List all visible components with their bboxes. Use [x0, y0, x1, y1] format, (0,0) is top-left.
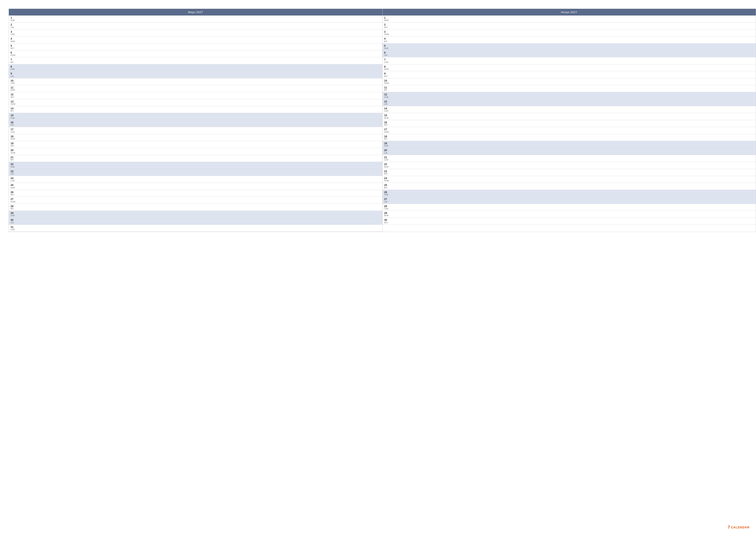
day-row[interactable]: 19SAB — [383, 141, 756, 148]
day-row[interactable]: 1MAR — [383, 15, 756, 22]
day-row[interactable]: 26SAB — [383, 190, 756, 197]
day-number: 16 — [11, 121, 15, 124]
day-name: MIY — [11, 47, 15, 49]
day-row[interactable]: 25BIY — [383, 183, 756, 190]
day-row[interactable]: 30MIY — [383, 218, 756, 225]
day-row[interactable]: 3LUN — [9, 30, 382, 37]
day-row[interactable]: 19MIY — [9, 141, 382, 148]
day-number: 31 — [11, 226, 15, 229]
day-row[interactable]: 14LUN — [383, 106, 756, 113]
day-row[interactable]: 29SAB — [9, 211, 382, 218]
day-row[interactable]: 1SAB — [9, 15, 382, 22]
day-number: 4 — [384, 37, 389, 40]
day-number: 14 — [384, 107, 389, 110]
day-name: LIN — [384, 103, 389, 105]
day-name: LUN — [384, 110, 389, 112]
day-row[interactable]: 22SAB — [9, 162, 382, 169]
day-name: SAB — [11, 215, 15, 216]
day-row[interactable]: 11MAR — [9, 85, 382, 92]
day-name: LIN — [11, 124, 15, 126]
day-row[interactable]: 14BIY — [9, 106, 382, 113]
day-row[interactable]: 6LIN — [383, 50, 756, 57]
day-number: 28 — [11, 205, 15, 208]
day-row[interactable]: 20LIN — [383, 148, 756, 155]
day-row[interactable]: 29MAR — [383, 211, 756, 218]
day-row[interactable]: 15SAB — [9, 113, 382, 120]
day-name: SAB — [11, 68, 15, 70]
day-row[interactable]: 13LIN — [383, 99, 756, 106]
day-name: MAR — [384, 117, 389, 119]
day-row[interactable]: 5SAB — [383, 43, 756, 50]
day-row[interactable]: 5MIY — [9, 43, 382, 50]
day-row[interactable]: 2LIN — [9, 22, 382, 29]
day-row[interactable]: 22MAR — [383, 162, 756, 169]
day-number: 3 — [11, 30, 15, 33]
day-number: 5 — [384, 44, 389, 47]
day-number: 3 — [384, 30, 389, 33]
day-row[interactable]: 24LUN — [9, 176, 382, 183]
day-row[interactable]: 25MAR — [9, 183, 382, 190]
day-row[interactable]: 18BIY — [383, 134, 756, 141]
day-row[interactable]: 8SAB — [9, 64, 382, 71]
day-row[interactable]: 2MIY — [383, 22, 756, 29]
day-row[interactable]: 15MAR — [383, 113, 756, 120]
day-row[interactable]: 17LUN — [9, 127, 382, 134]
day-row[interactable]: 21BIY — [9, 155, 382, 162]
day-row[interactable]: 18MAR — [9, 134, 382, 141]
day-row[interactable]: 23LIN — [9, 169, 382, 176]
day-number: 15 — [11, 114, 15, 117]
day-number: 8 — [11, 65, 15, 68]
day-row[interactable]: 13HUW — [9, 99, 382, 106]
day-name: SAB — [11, 19, 15, 21]
day-row[interactable]: 9LIN — [9, 71, 382, 78]
day-row[interactable]: 10LUN — [9, 78, 382, 85]
day-row[interactable]: 21LUN — [383, 155, 756, 162]
day-row[interactable]: 31LUN — [9, 225, 382, 232]
day-row[interactable]: 3HUW — [383, 30, 756, 37]
day-number: 23 — [384, 170, 389, 173]
day-name: LIN — [384, 54, 389, 56]
day-row[interactable]: 17HUW — [383, 127, 756, 134]
day-row[interactable]: 6HUW — [9, 50, 382, 57]
day-name: MIY — [11, 194, 15, 196]
day-number: 9 — [11, 72, 15, 75]
day-row[interactable]: 28LUN — [383, 204, 756, 211]
day-name: MAR — [11, 138, 15, 140]
day-row[interactable]: 7BIY — [9, 57, 382, 64]
day-name: MIY — [384, 124, 389, 126]
day-name: MIY — [384, 222, 389, 224]
day-row[interactable]: 12MIY — [9, 92, 382, 99]
day-number: 14 — [11, 107, 15, 110]
day-name: LUN — [11, 82, 15, 84]
day-row[interactable]: 26MIY — [9, 190, 382, 197]
day-name: LIN — [384, 201, 389, 203]
month-header-hunyo: Hunyo 2027 — [383, 9, 756, 15]
day-row[interactable]: 4MAR — [9, 37, 382, 43]
day-row[interactable]: 20HUW — [9, 148, 382, 155]
day-name: BIY — [384, 89, 389, 91]
day-row[interactable]: 12SAB — [383, 92, 756, 99]
footer-label: CALENDAR — [731, 525, 749, 529]
day-name: MAR — [384, 19, 389, 21]
day-row[interactable]: 30LIN — [9, 218, 382, 225]
day-number: 12 — [384, 93, 389, 96]
day-row[interactable]: 23MIY — [383, 169, 756, 176]
day-number: 11 — [384, 86, 389, 89]
day-row[interactable]: 8MAR — [383, 64, 756, 71]
day-number: 22 — [384, 163, 389, 166]
day-row[interactable]: 28BIY — [9, 204, 382, 211]
day-row[interactable]: 27HUW — [9, 197, 382, 204]
day-row[interactable]: 24HUW — [383, 176, 756, 183]
day-row[interactable]: 7LUN — [383, 57, 756, 64]
day-row[interactable]: 10HUW — [383, 78, 756, 85]
day-row[interactable]: 11BIY — [383, 85, 756, 92]
day-name: HUW — [384, 33, 389, 35]
day-number: 12 — [11, 93, 15, 96]
day-row[interactable]: 16MIY — [383, 120, 756, 127]
day-row[interactable]: 16LIN — [9, 120, 382, 127]
day-row[interactable]: 4BIY — [383, 37, 756, 43]
day-row[interactable]: 9MIY — [383, 71, 756, 78]
day-name: LIN — [11, 26, 15, 28]
day-row[interactable]: 27LIN — [383, 197, 756, 204]
day-name: LUN — [384, 208, 389, 210]
